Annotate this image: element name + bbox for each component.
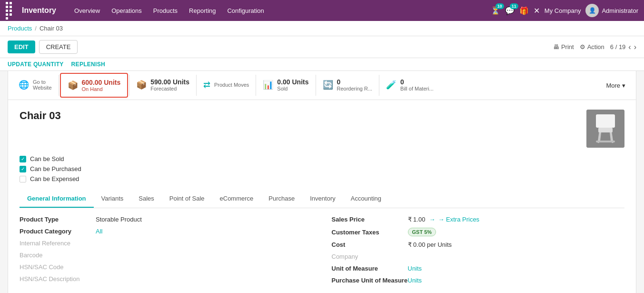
extra-prices-link[interactable]: → → Extra Prices <box>429 216 479 223</box>
topnav-menu: Overview Operations Products Reporting C… <box>69 4 269 17</box>
can-be-purchased-label: Can be Purchased <box>30 165 81 172</box>
gst-badge[interactable]: GST 5% <box>408 228 436 236</box>
purchase-uom-value[interactable]: Units <box>408 277 422 284</box>
chart-icon: 📊 <box>263 80 273 90</box>
arrow-right-icon: → <box>429 216 435 223</box>
stat-row: 🌐 Go to Website 📦 600.00 Units On Hand 📦… <box>8 71 636 100</box>
can-be-sold-checkbox[interactable] <box>20 156 26 162</box>
bill-of-materials-btn[interactable]: 🧪 0 Bill of Materi... <box>379 71 440 100</box>
replenish-link[interactable]: REPLENISH <box>71 61 105 68</box>
grid-menu-icon[interactable] <box>6 2 14 20</box>
tab-purchase[interactable]: Purchase <box>261 190 302 208</box>
product-title: Chair 03 <box>20 110 61 122</box>
gift-icon-btn[interactable]: 🎁 <box>519 6 529 15</box>
topnav: Inventory Overview Operations Products R… <box>0 0 644 21</box>
product-category-value[interactable]: All <box>96 228 102 235</box>
globe-icon: 🌐 <box>19 80 29 90</box>
avatar: 👤 <box>585 4 599 17</box>
product-header: Chair 03 <box>20 110 624 148</box>
product-moves-btn[interactable]: ⇄ Product Moves <box>197 71 256 100</box>
breadcrumb-parent[interactable]: Products <box>8 25 32 32</box>
internal-reference-row: Internal Reference <box>20 240 313 247</box>
chair-image-svg <box>586 110 624 148</box>
barcode-row: Barcode <box>20 252 313 259</box>
action-bar-right: 🖶 Print ⚙ Action 6 / 19 ‹ › <box>553 43 636 51</box>
can-be-purchased-checkbox[interactable] <box>20 166 26 172</box>
print-icon: 🖶 <box>553 43 559 51</box>
boxes-icon: 📦 <box>68 80 78 91</box>
tab-accounting[interactable]: Accounting <box>343 190 389 208</box>
breadcrumb: Products / Chair 03 <box>0 21 644 36</box>
reorder-icon: 🔄 <box>323 80 333 90</box>
messages-badge: 11 <box>510 3 518 9</box>
create-button[interactable]: CREATE <box>39 40 78 54</box>
nav-overview[interactable]: Overview <box>69 4 105 17</box>
hsn-sac-desc-label: HSN/SAC Description <box>20 275 96 283</box>
tab-variants[interactable]: Variants <box>94 190 131 208</box>
product-image <box>586 110 624 148</box>
nav-reporting[interactable]: Reporting <box>184 4 220 17</box>
tab-sales[interactable]: Sales <box>131 190 162 208</box>
nav-configuration[interactable]: Configuration <box>222 4 268 17</box>
units-forecasted-btn[interactable]: 📦 590.00 Units Forecasted <box>129 71 196 100</box>
product-category-label: Product Category <box>20 228 96 235</box>
svg-rect-1 <box>596 114 615 128</box>
transfers-icon: ⇄ <box>203 80 210 90</box>
action-button[interactable]: ⚙ Action <box>580 43 604 51</box>
company-name[interactable]: My Company <box>545 7 581 14</box>
activity-icon-btn[interactable]: ⏳ 10 <box>491 6 500 15</box>
prev-button[interactable]: ‹ <box>628 43 631 51</box>
main-content: 🌐 Go to Website 📦 600.00 Units On Hand 📦… <box>0 71 644 293</box>
can-be-sold-label: Can be Sold <box>30 155 64 162</box>
cost-label: Cost <box>332 241 408 248</box>
print-button[interactable]: 🖶 Print <box>553 43 574 51</box>
can-be-expensed-row: Can be Expensed <box>20 175 624 182</box>
forecast-icon: 📦 <box>136 80 147 90</box>
breadcrumb-separator: / <box>35 25 37 32</box>
tab-inventory[interactable]: Inventory <box>302 190 343 208</box>
breadcrumb-current: Chair 03 <box>40 25 63 32</box>
nav-operations[interactable]: Operations <box>107 4 147 17</box>
uom-value[interactable]: Units <box>408 265 422 272</box>
can-be-expensed-checkbox[interactable] <box>20 176 26 182</box>
company-label: Company <box>332 253 408 260</box>
can-be-sold-row: Can be Sold <box>20 155 624 162</box>
tabs-row: General Information Variants Sales Point… <box>20 190 624 208</box>
more-button[interactable]: More ▾ <box>599 71 632 100</box>
units-sold-btn[interactable]: 📊 0.00 Units Sold <box>256 71 315 100</box>
product-type-value: Storable Product <box>96 216 142 223</box>
sales-price-value: ₹ 1.00 <box>408 216 426 223</box>
company-row: Company <box>332 253 625 260</box>
edit-button[interactable]: EDIT <box>8 40 35 53</box>
pager-text: 6 / 19 <box>610 43 626 51</box>
next-button[interactable]: › <box>634 43 636 51</box>
svg-rect-7 <box>596 141 615 142</box>
update-quantity-link[interactable]: UPDATE QUANTITY <box>8 61 64 68</box>
tab-point-of-sale[interactable]: Point of Sale <box>162 190 212 208</box>
messages-icon-btn[interactable]: 💬 11 <box>505 6 515 15</box>
units-on-hand-btn[interactable]: 📦 600.00 Units On Hand <box>60 73 129 98</box>
tab-general-information[interactable]: General Information <box>20 190 94 208</box>
hsn-sac-code-label: HSN/SAC Code <box>20 263 96 271</box>
product-card: Chair 03 Can be Sold <box>8 100 636 293</box>
topnav-right: ⏳ 10 💬 11 🎁 ✕ My Company 👤 Administrator <box>491 4 638 17</box>
uom-label: Unit of Measure <box>332 265 408 272</box>
tab-ecommerce[interactable]: eCommerce <box>212 190 261 208</box>
go-to-website-btn[interactable]: 🌐 Go to Website <box>12 71 59 100</box>
reordering-btn[interactable]: 🔄 0 Reordering R... <box>316 71 379 100</box>
can-be-purchased-row: Can be Purchased <box>20 165 624 172</box>
user-menu[interactable]: 👤 Administrator <box>585 4 638 17</box>
product-category-row: Product Category All <box>20 228 313 235</box>
gear-icon: ⚙ <box>580 43 585 51</box>
close-icon-btn[interactable]: ✕ <box>534 6 540 15</box>
barcode-label: Barcode <box>20 252 96 259</box>
nav-products[interactable]: Products <box>149 4 182 17</box>
purchase-uom-label: Purchase Unit of Measure <box>332 277 408 284</box>
customer-taxes-row: Customer Taxes GST 5% <box>332 228 625 236</box>
customer-taxes-label: Customer Taxes <box>332 229 408 236</box>
checkboxes: Can be Sold Can be Purchased Can be Expe… <box>20 155 624 182</box>
can-be-expensed-label: Can be Expensed <box>30 175 79 182</box>
cost-value: ₹ 0.00 per Units <box>408 241 452 248</box>
hsn-sac-code-row: HSN/SAC Code <box>20 263 313 271</box>
activity-badge: 10 <box>495 3 504 9</box>
